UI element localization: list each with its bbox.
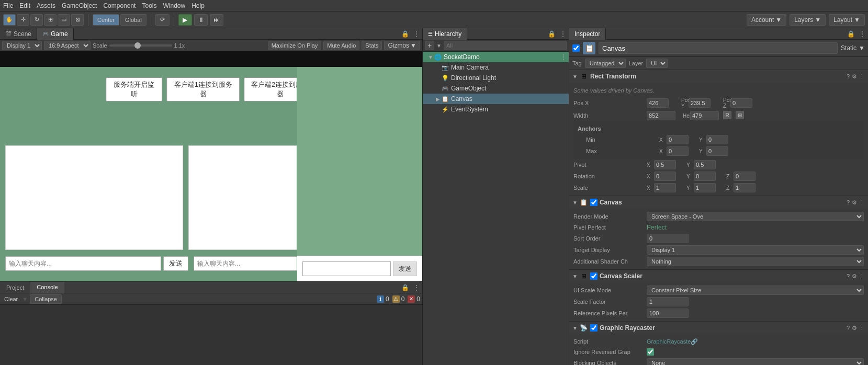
target-display-select[interactable]: Display 1 [647, 245, 864, 255]
min-y-input[interactable] [706, 135, 728, 144]
ignore-reversed-checkbox[interactable] [647, 348, 654, 356]
clear-button[interactable]: Clear [2, 296, 20, 302]
rot-y-input[interactable] [694, 172, 716, 181]
ui-scale-select[interactable]: Constant Pixel Size [647, 286, 864, 295]
shader-select[interactable]: Nothing [647, 257, 864, 266]
scale-slider[interactable] [109, 44, 172, 47]
client1-connect-btn[interactable]: 客户端1连接到服务器 [167, 77, 240, 101]
blocking-select[interactable]: None [647, 358, 864, 365]
rect-tool[interactable]: ▭ [58, 14, 70, 26]
root-menu-icon[interactable]: ⋮ [560, 53, 567, 61]
scale-z-input[interactable] [734, 183, 756, 192]
layer-select[interactable]: UI [646, 59, 668, 68]
panel-lock-icon[interactable]: 🔒 [399, 28, 411, 40]
tag-select[interactable]: Untagged [585, 59, 626, 68]
max-x-input[interactable] [667, 146, 689, 156]
gizmos-btn[interactable]: Gizmos ▼ [384, 41, 420, 50]
inspector-menu-icon[interactable]: ⋮ [856, 28, 868, 40]
rect-help-icon[interactable]: ? [847, 73, 850, 80]
width-input[interactable] [647, 111, 675, 120]
graphic-raycaster-header[interactable]: ▼ 📡 Graphic Raycaster ? ⚙ ⋮ [569, 322, 868, 334]
chat-input-1[interactable] [5, 256, 161, 271]
max-y-input[interactable] [706, 146, 728, 156]
raycaster-settings-icon[interactable]: ⚙ [852, 325, 857, 332]
server-listen-btn[interactable]: 服务端开启监听 [106, 77, 163, 101]
menu-assets[interactable]: Assets [37, 2, 55, 9]
hierarchy-tab[interactable]: ☰ Hierarchy [423, 28, 467, 40]
global-button[interactable]: Global [120, 14, 146, 26]
raycaster-checkbox[interactable] [590, 324, 598, 332]
inspector-tab[interactable]: Inspector [569, 28, 606, 40]
mute-btn[interactable]: Mute Audio [323, 41, 359, 50]
canvas-comp-checkbox[interactable] [590, 199, 598, 206]
hierarchy-menu-icon[interactable]: ⋮ [557, 28, 569, 40]
rect-transform-header[interactable]: ▼ ⊞ Rect Transform ? ⚙ ⋮ [569, 70, 868, 83]
skip-button[interactable]: ⏭ [210, 14, 223, 26]
aspect-select[interactable]: 16:9 Aspect [44, 41, 91, 50]
game-tab[interactable]: 🎮 Game [37, 28, 74, 40]
scaler-help-icon[interactable]: ? [847, 273, 850, 280]
bottom-menu-icon[interactable]: ⋮ [411, 282, 422, 293]
scale-y-input[interactable] [694, 183, 716, 192]
pos-z-input[interactable] [730, 98, 752, 108]
canvas-scaler-header[interactable]: ▼ ⊞ Canvas Scaler ? ⚙ ⋮ [569, 270, 868, 282]
layers-button[interactable]: Layers ▼ [790, 14, 826, 26]
send-btn-1[interactable]: 发送 [163, 256, 188, 271]
rotate-extra-button[interactable]: ⟳ [155, 14, 170, 26]
tree-directional-light[interactable]: 💡 Directional Light [423, 73, 569, 83]
display-select[interactable]: Display 1 [2, 41, 42, 50]
clear-dropdown-icon[interactable]: ▼ [22, 296, 28, 302]
bottom-lock-icon[interactable]: 🔒 [399, 282, 411, 293]
play-button[interactable]: ▶ [178, 14, 192, 26]
scaler-settings-icon[interactable]: ⚙ [852, 273, 857, 280]
right-chat-input[interactable] [302, 261, 391, 276]
height-input[interactable] [690, 111, 719, 120]
raycaster-menu-icon[interactable]: ⋮ [859, 325, 865, 332]
menu-component[interactable]: Component [103, 2, 136, 9]
rotate-tool[interactable]: ↻ [30, 14, 43, 26]
sort-order-input[interactable] [647, 234, 689, 243]
menu-help[interactable]: Help [191, 2, 205, 9]
pos-y-input[interactable] [689, 98, 711, 108]
panel-menu-icon[interactable]: ⋮ [411, 28, 422, 40]
pos-x-input[interactable] [647, 98, 669, 108]
tree-root[interactable]: ▼ 🌐 SocketDemo ⋮ [423, 52, 569, 62]
collapse-button[interactable]: Collapse [30, 294, 62, 304]
hierarchy-lock-icon[interactable]: 🔒 [546, 28, 557, 40]
canvas-component-header[interactable]: ▼ 📋 Canvas ? ⚙ ⋮ [569, 196, 868, 209]
tree-main-camera[interactable]: 📷 Main Camera [423, 62, 569, 73]
menu-edit[interactable]: Edit [19, 2, 30, 9]
scaler-menu-icon[interactable]: ⋮ [859, 273, 865, 280]
raycaster-help-icon[interactable]: ? [847, 325, 850, 332]
account-button[interactable]: Account ▼ [747, 14, 786, 26]
stats-btn[interactable]: Stats [362, 41, 382, 50]
console-tab[interactable]: Console [30, 282, 64, 293]
scale-x-input[interactable] [654, 183, 676, 192]
scale-tool[interactable]: ⊞ [44, 14, 57, 26]
inspector-lock-icon[interactable]: 🔒 [845, 28, 856, 40]
ref-pixels-input[interactable] [647, 309, 689, 318]
canvas-menu-icon[interactable]: ⋮ [859, 199, 865, 206]
rect-settings-icon[interactable]: ⚙ [852, 73, 857, 80]
rect-menu-icon[interactable]: ⋮ [859, 73, 865, 80]
add-dropdown-icon[interactable]: ▼ [436, 43, 442, 49]
rot-x-input[interactable] [654, 172, 676, 181]
rot-z-input[interactable] [734, 172, 756, 181]
rect-r-button[interactable]: R [723, 111, 731, 119]
scale-factor-input[interactable] [647, 297, 689, 306]
tree-eventsystem[interactable]: ⚡ EventSystem [423, 104, 569, 115]
hierarchy-search-input[interactable] [444, 41, 567, 50]
scaler-checkbox[interactable] [590, 272, 598, 280]
pivot-x-input[interactable] [654, 160, 676, 169]
layout-button[interactable]: Layout ▼ [829, 14, 865, 26]
min-x-input[interactable] [667, 135, 689, 144]
hierarchy-add-btn[interactable]: + [425, 41, 434, 50]
rect-grid-button[interactable]: ⊞ [736, 111, 744, 119]
maximize-btn[interactable]: Maximize On Play [268, 41, 322, 50]
right-send-btn[interactable]: 发送 [393, 261, 417, 276]
object-active-checkbox[interactable] [572, 44, 580, 52]
render-mode-select[interactable]: Screen Space - Ove [647, 212, 864, 221]
menu-gameobject[interactable]: GameObject [62, 2, 97, 9]
menu-tools[interactable]: Tools [142, 2, 156, 9]
canvas-settings-icon[interactable]: ⚙ [852, 199, 857, 206]
